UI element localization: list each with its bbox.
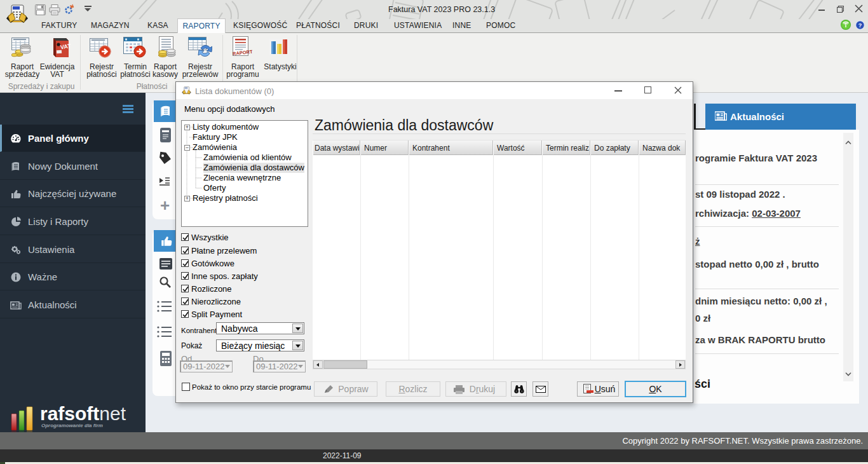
svg-text:?: ?: [858, 22, 862, 29]
svg-text:VAT: VAT: [60, 43, 71, 50]
